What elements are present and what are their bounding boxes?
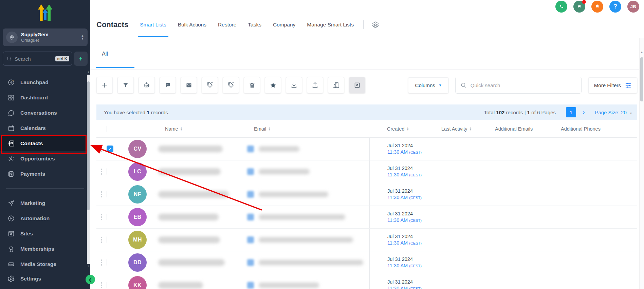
sidebar-collapse-button[interactable]: ❮ [86,275,95,284]
send-email-button[interactable] [181,77,197,93]
table-row[interactable]: MH Jul 31 2024 11:30 AM (CEST) [96,229,637,251]
drag-handle-icon[interactable] [96,282,107,288]
sidebar-item-memberships[interactable]: Memberships [0,241,90,256]
page-size-dropdown[interactable]: Page Size: 20 ▾ [595,110,632,115]
main-scrollbar-thumb[interactable] [640,57,643,101]
sidebar-item-dashboard[interactable]: Dashboard [0,90,90,105]
column-header-name[interactable]: Name [165,126,178,132]
drag-handle-icon[interactable] [96,259,107,266]
row-checkbox[interactable] [107,191,107,197]
columns-button[interactable]: Columns ▾ [408,77,448,93]
scroll-up-icon[interactable]: ▲ [640,51,644,54]
app-window: SupplyGem Orliaguet ▲▼ ctrl K [0,0,644,289]
phone-button[interactable] [555,1,567,13]
sort-icon[interactable]: ▲▼ [180,127,183,131]
tab-company[interactable]: Company [273,22,295,28]
avatar[interactable]: LC [128,162,147,181]
automation-bot-button[interactable] [139,77,155,93]
sidebar-item-launchpad[interactable]: Launchpad [0,75,90,90]
header-tabs: Smart Lists Bulk Actions Restore Tasks C… [140,22,354,28]
drag-handle-icon[interactable] [96,169,107,175]
export-contacts-button[interactable] [307,77,323,93]
smart-list-tab-all[interactable]: All [102,51,138,57]
avatar[interactable]: EB [128,208,147,226]
avatar[interactable]: NF [128,185,147,204]
table-row[interactable]: EB Jul 31 2024 11:30 AM (CEST) [96,206,637,229]
row-checkbox[interactable] [107,214,107,220]
drag-handle-icon[interactable] [96,191,107,197]
smart-list-settings-button[interactable] [372,21,379,28]
sidebar-scrollbar-thumb[interactable] [87,81,90,210]
account-switch-chevrons-icon[interactable]: ▲▼ [81,35,84,40]
send-sms-button[interactable] [160,77,176,93]
avatar[interactable]: DD [128,253,147,272]
user-avatar[interactable]: JB [627,1,639,13]
favorite-button[interactable] [265,77,281,93]
sidebar-search[interactable]: ctrl K [3,52,72,66]
sort-icon[interactable]: ▲▼ [268,127,271,131]
quick-actions-button[interactable] [74,52,88,66]
delete-button[interactable] [244,77,260,93]
row-checkbox[interactable]: ✓ [107,146,113,152]
tab-manage-smart-lists[interactable]: Manage Smart Lists [307,22,354,28]
upload-icon [311,81,319,89]
add-tag-button[interactable] [202,77,218,93]
table-row[interactable]: LC Jul 31 2024 11:30 AM (CEST) [96,160,637,183]
add-contact-button[interactable] [96,77,113,93]
sidebar-item-sites[interactable]: Sites [0,226,90,241]
row-checkbox[interactable] [107,282,107,288]
notifications-button[interactable] [591,1,603,13]
quick-search[interactable] [455,77,582,94]
avatar[interactable]: KK [128,276,147,289]
sidebar-item-opportunities[interactable]: Opportunities [0,151,90,166]
filter-button[interactable] [117,77,134,93]
sidebar-item-contacts[interactable]: Contacts [0,136,90,151]
sidebar-item-media-storage[interactable]: Media Storage [0,256,90,269]
quick-search-input[interactable] [471,82,576,88]
column-header-email[interactable]: Email [254,126,266,132]
redacted-email [259,237,353,243]
sidebar-item-payments[interactable]: Payments [0,166,90,181]
help-button[interactable]: ? [609,1,621,13]
tab-bulk-actions[interactable]: Bulk Actions [178,22,206,28]
tab-smart-lists[interactable]: Smart Lists [140,22,166,28]
avatar[interactable]: MH [128,231,147,249]
import-contacts-button[interactable] [286,77,302,93]
sidebar-scrollbar[interactable] [87,75,90,264]
sidebar-scroll-up-icon[interactable]: ▲ [87,71,90,73]
column-header-created[interactable]: Created [387,126,405,132]
sort-icon[interactable]: ▲▼ [407,127,409,131]
table-row[interactable]: NF Jul 31 2024 11:30 AM (CEST) [96,183,637,206]
avatar[interactable]: CV [128,140,147,158]
row-checkbox[interactable] [107,236,107,243]
tab-tasks[interactable]: Tasks [248,22,261,28]
sidebar-item-marketing[interactable]: Marketing [0,195,90,211]
drag-handle-icon[interactable] [96,214,107,220]
merge-contacts-button[interactable] [349,77,365,93]
table-row[interactable]: DD Jul 31 2024 11:30 AM (CEST) [96,251,637,274]
remove-tag-button[interactable] [223,77,239,93]
sidebar-item-conversations[interactable]: Conversations [0,105,90,120]
sidebar-item-settings[interactable]: Settings [0,271,90,286]
tab-restore[interactable]: Restore [218,22,236,28]
sidebar-item-calendars[interactable]: Calendars [0,120,90,136]
sidebar-search-input[interactable] [15,56,55,62]
column-header-last-activity[interactable]: Last Activity [441,126,467,132]
table-row[interactable]: KK Jul 31 2024 11:30 AM (CEST) [96,274,637,289]
row-checkbox[interactable] [107,168,107,175]
account-switcher[interactable]: SupplyGem Orliaguet ▲▼ [3,28,88,46]
drag-handle-icon[interactable] [96,146,107,152]
main-scrollbar[interactable]: ▲ [639,38,644,289]
sidebar-scroll-down-icon[interactable]: ▼ [87,265,90,268]
drag-handle-icon[interactable] [96,237,107,243]
row-checkbox[interactable] [107,259,107,266]
announcement-button[interactable] [573,1,585,13]
sort-icon[interactable]: ▲▼ [470,127,472,131]
select-all-checkbox[interactable] [107,126,107,132]
page-1-button[interactable]: 1 [566,107,576,117]
more-filters-button[interactable]: More Filters [588,77,637,93]
next-page-button[interactable]: › [581,109,587,115]
table-row[interactable]: ✓ CV Jul 31 2024 11:30 AM (CEST) [96,138,637,160]
add-to-company-button[interactable] [328,77,344,93]
sidebar-item-automation[interactable]: Automation [0,211,90,226]
